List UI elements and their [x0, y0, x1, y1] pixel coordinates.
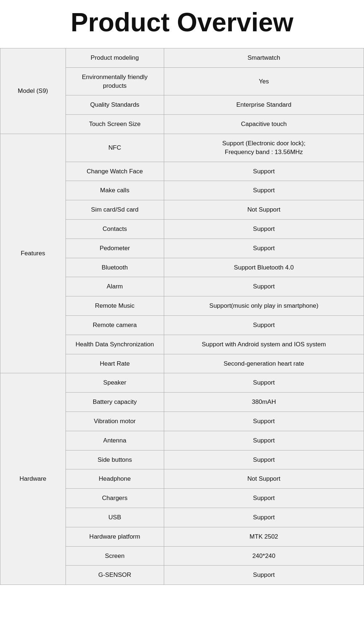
- page-title: Product Overview: [0, 0, 364, 48]
- feature-cell: USB: [66, 508, 164, 527]
- feature-cell: Alarm: [66, 277, 164, 296]
- category-cell: Features: [0, 134, 66, 373]
- product-overview-table: Model (S9)Product modelingSmartwatchEnvi…: [0, 48, 364, 585]
- value-cell: Support: [164, 412, 364, 431]
- value-cell: Support: [164, 431, 364, 450]
- value-cell: Support: [164, 277, 364, 296]
- value-cell: Support with Android system and IOS syst…: [164, 335, 364, 354]
- feature-cell: NFC: [66, 134, 164, 162]
- value-cell: Capacitive touch: [164, 115, 364, 134]
- feature-cell: Touch Screen Size: [66, 115, 164, 134]
- table-row: Model (S9)Product modelingSmartwatch: [0, 48, 364, 68]
- feature-cell: Product modeling: [66, 48, 164, 68]
- value-cell: Not Support: [164, 200, 364, 220]
- feature-cell: Heart Rate: [66, 354, 164, 373]
- feature-cell: Chargers: [66, 489, 164, 508]
- feature-cell: Health Data Synchronization: [66, 335, 164, 354]
- feature-cell: Hardware platform: [66, 527, 164, 546]
- value-cell: Support: [164, 489, 364, 508]
- value-cell: Support: [164, 181, 364, 200]
- value-cell: Enterprise Standard: [164, 95, 364, 115]
- value-cell: Support: [164, 315, 364, 335]
- feature-cell: Remote camera: [66, 315, 164, 335]
- feature-cell: Change Watch Face: [66, 162, 164, 181]
- category-cell: Hardware: [0, 373, 66, 585]
- value-cell: Second-generation heart rate: [164, 354, 364, 373]
- value-cell: Support: [164, 162, 364, 181]
- feature-cell: Battery capacity: [66, 393, 164, 412]
- value-cell: Support: [164, 566, 364, 585]
- feature-cell: Make calls: [66, 181, 164, 200]
- value-cell: 240*240: [164, 546, 364, 566]
- feature-cell: G-SENSOR: [66, 566, 164, 585]
- feature-cell: Quality Standards: [66, 95, 164, 115]
- value-cell: 380mAH: [164, 393, 364, 412]
- value-cell: Support: [164, 373, 364, 393]
- feature-cell: Speaker: [66, 373, 164, 393]
- feature-cell: Bluetooth: [66, 258, 164, 277]
- value-cell: Support(music only play in smartphone): [164, 296, 364, 316]
- feature-cell: Vibration motor: [66, 412, 164, 431]
- value-cell: Smartwatch: [164, 48, 364, 68]
- feature-cell: Screen: [66, 546, 164, 566]
- feature-cell: Side buttons: [66, 450, 164, 469]
- table-row: FeaturesNFCSupport (Electronic door lock…: [0, 134, 364, 162]
- table-row: HardwareSpeakerSupport: [0, 373, 364, 393]
- feature-cell: Pedometer: [66, 239, 164, 258]
- value-cell: Yes: [164, 67, 364, 95]
- value-cell: Support (Electronic door lock); Frequenc…: [164, 134, 364, 162]
- feature-cell: Antenna: [66, 431, 164, 450]
- feature-cell: Contacts: [66, 219, 164, 239]
- value-cell: Support: [164, 219, 364, 239]
- feature-cell: Remote Music: [66, 296, 164, 316]
- value-cell: Not Support: [164, 469, 364, 489]
- value-cell: Support: [164, 450, 364, 469]
- feature-cell: Environmentally friendly products: [66, 67, 164, 95]
- feature-cell: Headphone: [66, 469, 164, 489]
- value-cell: MTK 2502: [164, 527, 364, 546]
- value-cell: Support: [164, 239, 364, 258]
- category-cell: Model (S9): [0, 48, 66, 134]
- value-cell: Support: [164, 508, 364, 527]
- value-cell: Support Bluetooth 4.0: [164, 258, 364, 277]
- feature-cell: Sim card/Sd card: [66, 200, 164, 220]
